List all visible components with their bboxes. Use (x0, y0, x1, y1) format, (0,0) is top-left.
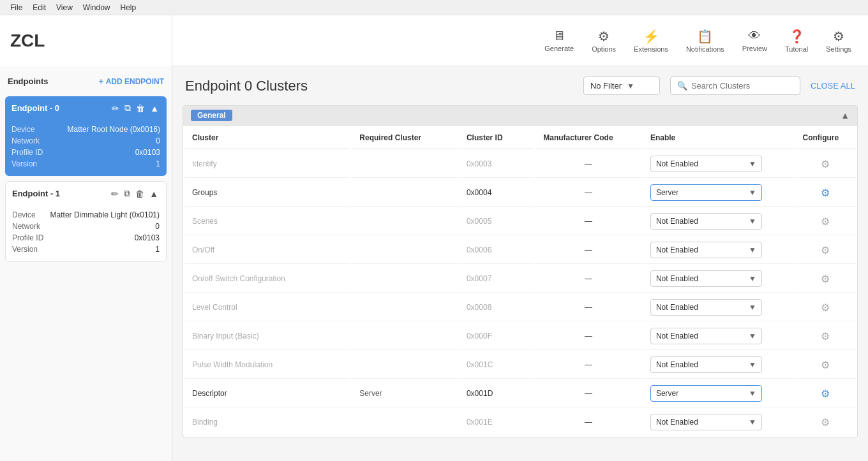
endpoint-0-actions: ✏ ⧉ 🗑 ▲ (110, 101, 160, 115)
search-box[interactable]: 🔍 (670, 77, 800, 95)
table-row: Pulse Width Modulation 0x001C — Not Enab… (184, 351, 856, 379)
endpoint-1-edit-button[interactable]: ✏ (110, 187, 120, 200)
generate-label: Generate (544, 45, 574, 52)
notifications-icon: 📋 (697, 29, 713, 44)
enable-dropdown[interactable]: Not Enabled ▼ (650, 270, 762, 287)
endpoint-1-header[interactable]: Endpoint - 1 ✏ ⧉ 🗑 ▲ (6, 182, 166, 205)
endpoint-1-version-value: 1 (155, 245, 160, 254)
configure-cell: ⚙ (795, 237, 856, 264)
enable-dropdown[interactable]: Not Enabled ▼ (650, 414, 762, 430)
search-input[interactable] (691, 81, 793, 91)
cluster-name: Scenes (184, 208, 350, 235)
required-cluster (352, 323, 458, 350)
toolbar-options[interactable]: ⚙ Options (585, 26, 622, 55)
endpoint-0-device-row: Device Matter Root Node (0x0016) (11, 124, 160, 135)
enable-dropdown[interactable]: Not Enabled ▼ (650, 328, 762, 344)
menu-window[interactable]: Window (78, 3, 116, 12)
manufacturer-code: — (535, 237, 641, 264)
cluster-name: Level Control (184, 294, 350, 321)
toolbar-tutorial[interactable]: ❓ Tutorial (779, 26, 814, 55)
enable-dropdown[interactable]: Not Enabled ▼ (650, 299, 762, 316)
enable-cell: Not Enabled ▼ (643, 351, 794, 379)
configure-gear-icon[interactable]: ⚙ (803, 158, 848, 170)
table-row: Level Control 0x0008 — Not Enabled ▼ ⚙ (184, 294, 856, 321)
toolbar-preview[interactable]: 👁 Preview (736, 26, 774, 55)
configure-gear-icon[interactable]: ⚙ (803, 216, 848, 228)
cluster-id: 0x001D (459, 380, 534, 407)
table-row: Binding 0x001E — Not Enabled ▼ ⚙ (184, 409, 856, 435)
endpoint-1-profileid-value: 0x0103 (135, 233, 160, 242)
enable-dropdown[interactable]: Server ▼ (650, 385, 762, 402)
th-manufacturer-code: Manufacturer Code (535, 127, 641, 149)
endpoint-0-collapse-button[interactable]: ▲ (149, 101, 160, 115)
cluster-area: General ▲ Cluster Required Cluster Clust… (172, 105, 868, 461)
configure-cell: ⚙ (795, 265, 856, 293)
configure-gear-icon[interactable]: ⚙ (803, 359, 848, 371)
th-cluster-id: Cluster ID (459, 127, 534, 149)
enable-value: Not Enabled (656, 332, 698, 340)
add-endpoint-button[interactable]: + ADD ENDPOINT (99, 77, 164, 86)
app-title-area: ZCL (0, 15, 172, 66)
endpoint-1-delete-button[interactable]: 🗑 (134, 187, 146, 200)
required-cluster (352, 179, 458, 207)
search-icon: 🔍 (677, 81, 687, 91)
enable-dropdown[interactable]: Not Enabled ▼ (650, 156, 762, 172)
sidebar: Endpoints + ADD ENDPOINT Endpoint - 0 ✏ … (0, 66, 172, 461)
endpoint-0-header[interactable]: Endpoint - 0 ✏ ⧉ 🗑 ▲ (5, 96, 167, 120)
enable-cell: Not Enabled ▼ (643, 265, 794, 293)
toolbar-settings[interactable]: ⚙ Settings (819, 26, 858, 55)
menu-view[interactable]: View (51, 3, 78, 12)
endpoint-0-network-value: 0 (156, 136, 160, 145)
required-cluster: Server (352, 380, 458, 407)
enable-dropdown[interactable]: Server ▼ (650, 184, 762, 201)
configure-gear-icon[interactable]: ⚙ (803, 416, 848, 428)
cluster-id: 0x0003 (459, 150, 534, 178)
cluster-table: Cluster Required Cluster Cluster ID Manu… (183, 126, 858, 437)
enable-dropdown[interactable]: Not Enabled ▼ (650, 242, 762, 258)
endpoint-1-collapse-button[interactable]: ▲ (148, 187, 160, 200)
endpoint-1-device-value: Matter Dimmable Light (0x0101) (50, 210, 160, 219)
endpoint-0-copy-button[interactable]: ⧉ (123, 101, 132, 115)
endpoint-1-details: Device Matter Dimmable Light (0x0101) Ne… (6, 205, 166, 261)
tutorial-label: Tutorial (785, 45, 808, 53)
menu-edit[interactable]: Edit (27, 3, 51, 12)
profile-id-label: Profile ID (11, 148, 43, 157)
enable-dropdown[interactable]: Not Enabled ▼ (650, 213, 762, 230)
extensions-icon: ⚡ (643, 29, 659, 44)
menu-help[interactable]: Help (116, 3, 142, 12)
configure-gear-icon[interactable]: ⚙ (803, 273, 848, 285)
configure-gear-icon[interactable]: ⚙ (803, 244, 848, 256)
menu-file[interactable]: File (5, 3, 27, 12)
sidebar-header: Endpoints + ADD ENDPOINT (5, 71, 167, 91)
settings-label: Settings (826, 45, 851, 53)
enable-dropdown[interactable]: Not Enabled ▼ (650, 356, 762, 373)
network-label: Network (11, 136, 40, 145)
enable-cell: Not Enabled ▼ (643, 409, 794, 435)
configure-gear-icon[interactable]: ⚙ (803, 388, 848, 400)
enable-value: Server (656, 188, 678, 197)
configure-cell: ⚙ (795, 323, 856, 350)
endpoint-0-edit-button[interactable]: ✏ (110, 101, 121, 115)
cluster-name: Identify (184, 150, 350, 178)
configure-cell: ⚙ (795, 150, 856, 178)
cluster-name: Descriptor (184, 380, 350, 407)
required-cluster (352, 409, 458, 435)
configure-gear-icon[interactable]: ⚙ (803, 187, 848, 199)
configure-gear-icon[interactable]: ⚙ (803, 330, 848, 342)
filter-dropdown[interactable]: No Filter ▼ (583, 77, 660, 95)
configure-gear-icon[interactable]: ⚙ (803, 302, 848, 314)
add-endpoint-label: ADD ENDPOINT (106, 77, 164, 86)
endpoint-0-delete-button[interactable]: 🗑 (135, 101, 146, 115)
th-configure: Configure (795, 127, 856, 149)
toolbar-notifications[interactable]: 📋 Notifications (680, 26, 731, 55)
endpoint-1-network-row: Network 0 (12, 221, 160, 232)
close-all-button[interactable]: CLOSE ALL (811, 81, 855, 91)
toolbar-extensions[interactable]: ⚡ Extensions (627, 26, 675, 55)
section-collapse-icon[interactable]: ▲ (841, 110, 849, 121)
preview-icon: 👁 (748, 29, 761, 43)
toolbar-generate[interactable]: 🖥 Generate (538, 26, 580, 55)
required-cluster (352, 208, 458, 235)
endpoint-1-copy-button[interactable]: ⧉ (123, 187, 131, 200)
endpoints-title: Endpoints (8, 77, 49, 86)
endpoint-1-version-row: Version 1 (12, 244, 160, 255)
